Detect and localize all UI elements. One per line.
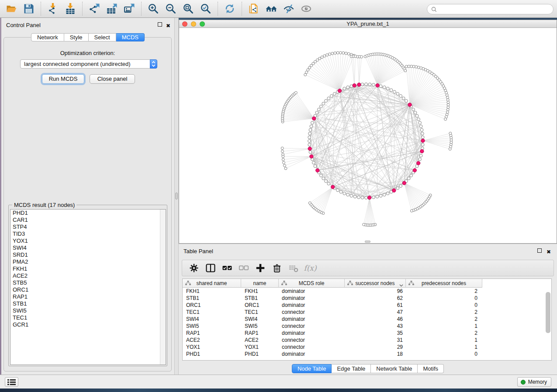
graph-leaf-node[interactable] (363, 223, 365, 226)
table-row[interactable]: TEC1TEC1connector472 (183, 309, 551, 316)
close-panel-button[interactable]: Close panel (90, 74, 135, 84)
column-header-shared-name[interactable]: shared name (183, 279, 241, 288)
mcds-result-item[interactable]: SWI5 (10, 307, 166, 314)
mcds-result-item[interactable]: TEC1 (10, 314, 166, 321)
graph-node[interactable] (322, 177, 325, 180)
zoom-fit-icon[interactable] (181, 1, 196, 16)
graph-leaf-node[interactable] (321, 56, 323, 58)
graph-node[interactable] (327, 97, 330, 100)
graph-mcds-hub-node[interactable] (402, 181, 406, 185)
graph-node[interactable] (310, 125, 313, 128)
mcds-result-item[interactable]: ORC1 (10, 286, 166, 293)
search-box[interactable] (427, 4, 554, 14)
mcds-result-item[interactable]: RAP1 (10, 293, 166, 300)
graph-node[interactable] (412, 108, 415, 111)
column-header-successor-nodes[interactable]: successor nodes (345, 279, 406, 288)
graph-mcds-hub-node[interactable] (376, 83, 379, 87)
graph-node[interactable] (402, 97, 405, 100)
graph-node[interactable] (311, 121, 314, 124)
graph-node[interactable] (339, 190, 343, 193)
graph-leaf-node[interactable] (339, 52, 342, 54)
show-details-icon[interactable] (299, 1, 314, 16)
graph-leaf-node[interactable] (415, 65, 418, 68)
graph-node[interactable] (386, 192, 389, 195)
graph-node[interactable] (308, 140, 311, 143)
graph-leaf-node[interactable] (410, 65, 413, 68)
zoom-selected-icon[interactable] (198, 1, 213, 16)
graph-mcds-hub-node[interactable] (312, 117, 315, 120)
graph-leaf-node[interactable] (449, 148, 451, 150)
column-header-name[interactable]: name (241, 279, 279, 288)
graph-mcds-hub-node[interactable] (310, 155, 313, 158)
table-row[interactable]: SWI4SWI4dominator462 (183, 316, 551, 323)
mcds-result-list[interactable]: PHD1CAR1STP4TID3YOX1SWI4SRD1PMA2FKH1ACE2… (10, 209, 166, 365)
column-header-MCDS-role[interactable]: MCDS role (279, 279, 345, 288)
task-history-button[interactable] (5, 377, 18, 387)
graph-node[interactable] (353, 195, 356, 198)
graph-node[interactable] (365, 83, 368, 86)
graph-mcds-hub-node[interactable] (353, 84, 356, 87)
mcds-result-item[interactable]: PHD1 (10, 210, 166, 217)
graph-node[interactable] (421, 136, 424, 139)
graph-node[interactable] (308, 132, 311, 135)
graph-node[interactable] (330, 94, 333, 97)
graph-mcds-hub-node[interactable] (357, 83, 361, 86)
graph-node[interactable] (419, 125, 422, 128)
mcds-result-item[interactable]: CAR1 (10, 217, 166, 224)
graph-node[interactable] (383, 86, 386, 89)
graph-node[interactable] (417, 118, 420, 121)
mcds-result-item[interactable]: SRD1 (10, 251, 166, 258)
graph-mcds-hub-node[interactable] (421, 139, 425, 142)
graph-node[interactable] (414, 111, 417, 114)
graph-node[interactable] (396, 93, 399, 96)
delete-column-icon[interactable] (270, 261, 284, 275)
graph-node[interactable] (365, 196, 368, 199)
table-row[interactable]: PHD1PHD1dominator180 (183, 351, 551, 358)
graph-leaf-node[interactable] (331, 52, 334, 55)
graph-mcds-hub-node[interactable] (308, 147, 311, 150)
memory-button[interactable]: Memory (517, 377, 551, 387)
tab-node-table[interactable]: Node Table (292, 364, 332, 373)
result-list-scrollbar[interactable] (160, 210, 166, 364)
graph-node[interactable] (357, 196, 360, 199)
export-table-icon[interactable] (104, 1, 119, 16)
graph-node[interactable] (309, 151, 312, 154)
close-table-panel-icon[interactable]: ✖ (547, 248, 551, 253)
table-row[interactable]: ORC1ORC1dominator610 (183, 302, 551, 309)
graph-node[interactable] (410, 174, 413, 177)
graph-node[interactable] (319, 174, 322, 177)
add-column-icon[interactable] (254, 261, 267, 275)
graph-node[interactable] (379, 85, 382, 88)
graph-node[interactable] (372, 83, 375, 86)
mcds-result-item[interactable]: STB1 (10, 300, 166, 307)
zoom-out-icon[interactable] (163, 1, 178, 16)
graph-leaf-node[interactable] (336, 52, 339, 54)
network-graph[interactable] (179, 28, 557, 243)
graph-node[interactable] (379, 194, 382, 197)
graph-node[interactable] (350, 194, 353, 197)
close-panel-icon[interactable]: ✖ (166, 22, 171, 27)
graph-node[interactable] (346, 193, 349, 196)
graph-node[interactable] (420, 128, 423, 131)
graph-leaf-node[interactable] (284, 167, 287, 170)
graph-node[interactable] (396, 187, 399, 190)
graph-node[interactable] (376, 195, 379, 198)
hide-details-icon[interactable] (281, 1, 296, 16)
graph-leaf-node[interactable] (283, 164, 286, 167)
graph-mcds-hub-node[interactable] (316, 168, 319, 172)
float-panel-icon[interactable] (158, 22, 163, 27)
graph-leaf-node[interactable] (347, 52, 350, 55)
float-table-panel-icon[interactable] (537, 248, 542, 253)
graph-node[interactable] (336, 189, 339, 192)
mcds-result-item[interactable]: TID3 (10, 230, 166, 237)
graph-mcds-hub-node[interactable] (416, 162, 420, 165)
graph-mcds-hub-node[interactable] (420, 149, 424, 153)
graph-node[interactable] (421, 132, 424, 135)
graph-leaf-node[interactable] (323, 55, 326, 57)
tab-network[interactable]: Network (31, 33, 64, 41)
mcds-result-item[interactable]: STP4 (10, 224, 166, 230)
unselect-all-icon[interactable] (237, 261, 250, 275)
zoom-in-icon[interactable] (146, 1, 161, 16)
graph-mcds-hub-node[interactable] (368, 196, 371, 199)
graph-node[interactable] (308, 136, 311, 139)
